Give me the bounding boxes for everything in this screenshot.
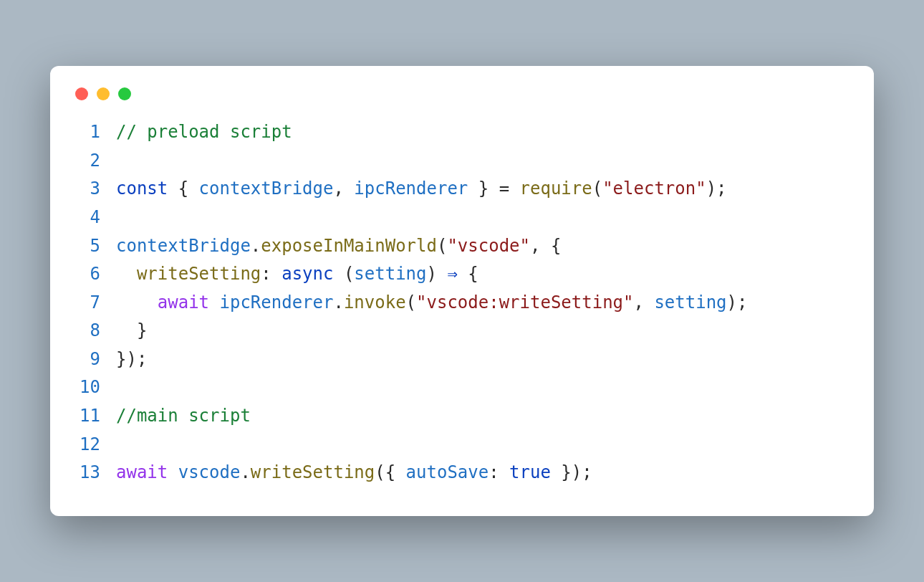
code-content: contextBridge.exposeInMainWorld("vscode"… bbox=[116, 232, 852, 261]
space bbox=[209, 292, 219, 313]
keyword: async bbox=[281, 264, 333, 284]
line-number: 4 bbox=[72, 204, 116, 232]
punct: , bbox=[634, 292, 655, 313]
identifier: setting bbox=[654, 292, 726, 313]
code-content bbox=[116, 431, 852, 459]
code-line: 9 }); bbox=[72, 345, 852, 374]
punct: ); bbox=[727, 292, 748, 313]
punct: , bbox=[333, 178, 354, 199]
keyword: await bbox=[158, 292, 209, 313]
line-number: 7 bbox=[72, 289, 116, 318]
maximize-icon[interactable] bbox=[118, 87, 131, 100]
indent bbox=[116, 292, 158, 313]
code-content: // preload script bbox=[116, 118, 852, 147]
punct: ( bbox=[406, 292, 416, 313]
identifier: contextBridge bbox=[199, 178, 334, 199]
code-content: await vscode.writeSetting({ autoSave: tr… bbox=[116, 459, 852, 487]
identifier: ipcRenderer bbox=[220, 292, 334, 313]
code-line: 2 bbox=[72, 147, 852, 176]
comment: // preload script bbox=[116, 122, 292, 142]
code-content bbox=[116, 204, 852, 232]
punct: . bbox=[251, 236, 261, 256]
code-line: 11 //main script bbox=[72, 402, 852, 431]
punct: { bbox=[168, 178, 198, 199]
function: invoke bbox=[344, 292, 406, 313]
punct: ( bbox=[333, 264, 354, 284]
code-content: //main script bbox=[116, 402, 852, 431]
indent bbox=[116, 320, 137, 340]
string: "vscode" bbox=[447, 236, 530, 256]
punct: . bbox=[333, 292, 343, 313]
property: autoSave bbox=[406, 462, 489, 482]
punct: : bbox=[261, 264, 281, 284]
code-line: 7 await ipcRenderer.invoke("vscode:write… bbox=[72, 289, 852, 318]
identifier: ipcRenderer bbox=[354, 178, 468, 199]
code-content bbox=[116, 147, 852, 176]
code-block: 1 // preload script 2 3 const { contextB… bbox=[72, 118, 852, 487]
indent bbox=[116, 264, 137, 284]
code-line: 13 await vscode.writeSetting({ autoSave:… bbox=[72, 459, 852, 487]
code-content: } bbox=[116, 317, 852, 345]
keyword: await bbox=[116, 462, 168, 482]
comment: //main script bbox=[116, 406, 251, 426]
punct: : bbox=[489, 462, 509, 482]
minimize-icon[interactable] bbox=[97, 87, 110, 100]
property: writeSetting bbox=[137, 264, 261, 284]
code-line: 12 bbox=[72, 431, 852, 459]
line-number: 10 bbox=[72, 373, 116, 402]
code-content: }); bbox=[116, 345, 852, 374]
identifier: contextBridge bbox=[116, 236, 251, 256]
punct: }); bbox=[116, 349, 147, 369]
code-line: 3 const { contextBridge, ipcRenderer } =… bbox=[72, 175, 852, 204]
string: "electron" bbox=[602, 178, 706, 199]
space bbox=[168, 462, 178, 482]
line-number: 6 bbox=[72, 260, 116, 289]
function: require bbox=[520, 178, 592, 199]
arrow-icon: ⇒ bbox=[447, 264, 457, 284]
punct: { bbox=[458, 264, 478, 284]
identifier: vscode bbox=[178, 462, 241, 482]
code-content: await ipcRenderer.invoke("vscode:writeSe… bbox=[116, 289, 852, 318]
traffic-lights bbox=[72, 84, 852, 118]
line-number: 2 bbox=[72, 147, 116, 176]
function: exposeInMainWorld bbox=[261, 236, 437, 256]
code-content: const { contextBridge, ipcRenderer } = r… bbox=[116, 175, 852, 204]
punct: ( bbox=[592, 178, 602, 199]
close-icon[interactable] bbox=[75, 87, 88, 100]
line-number: 8 bbox=[72, 317, 116, 345]
line-number: 1 bbox=[72, 118, 116, 147]
code-line: 8 } bbox=[72, 317, 852, 345]
function: writeSetting bbox=[251, 462, 375, 482]
string: "vscode:writeSetting" bbox=[416, 292, 633, 313]
code-content bbox=[116, 373, 852, 402]
line-number: 3 bbox=[72, 175, 116, 204]
identifier: setting bbox=[354, 264, 426, 284]
code-line: 6 writeSetting: async (setting) ⇒ { bbox=[72, 260, 852, 289]
line-number: 9 bbox=[72, 345, 116, 374]
code-line: 1 // preload script bbox=[72, 118, 852, 147]
punct: } = bbox=[468, 178, 519, 199]
punct: ) bbox=[427, 264, 448, 284]
line-number: 11 bbox=[72, 402, 116, 431]
punct: . bbox=[240, 462, 250, 482]
line-number: 12 bbox=[72, 431, 116, 459]
code-line: 4 bbox=[72, 204, 852, 232]
code-line: 5 contextBridge.exposeInMainWorld("vscod… bbox=[72, 232, 852, 261]
keyword: const bbox=[116, 178, 168, 199]
line-number: 13 bbox=[72, 459, 116, 487]
punct: }); bbox=[551, 462, 592, 482]
punct: , { bbox=[530, 236, 561, 256]
code-window: 1 // preload script 2 3 const { contextB… bbox=[50, 66, 874, 516]
code-line: 10 bbox=[72, 373, 852, 402]
punct: ); bbox=[706, 178, 727, 199]
punct: ( bbox=[437, 236, 447, 256]
punct: } bbox=[137, 320, 147, 340]
line-number: 5 bbox=[72, 232, 116, 261]
boolean: true bbox=[509, 462, 551, 482]
punct: ({ bbox=[375, 462, 405, 482]
code-content: writeSetting: async (setting) ⇒ { bbox=[116, 260, 852, 289]
